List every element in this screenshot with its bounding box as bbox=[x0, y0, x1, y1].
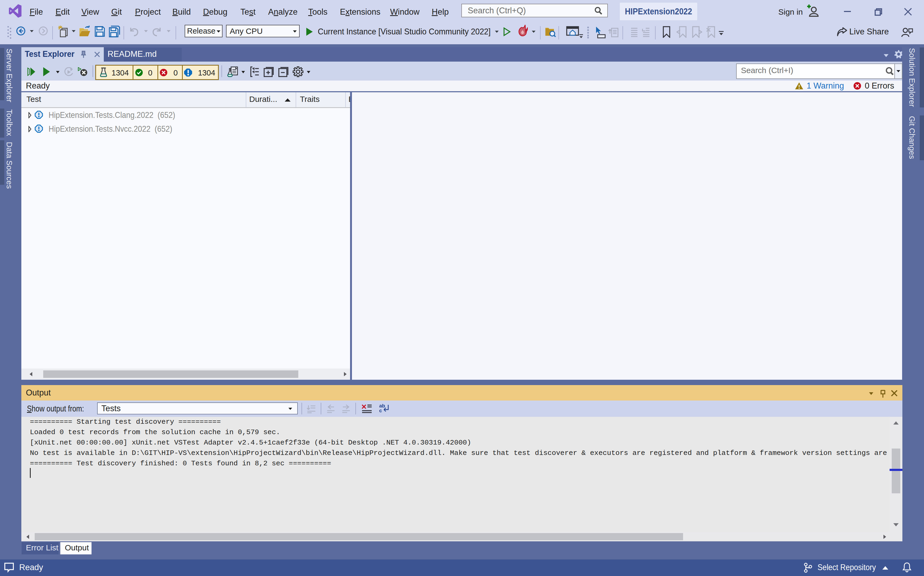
svg-text:c: c bbox=[379, 408, 382, 413]
